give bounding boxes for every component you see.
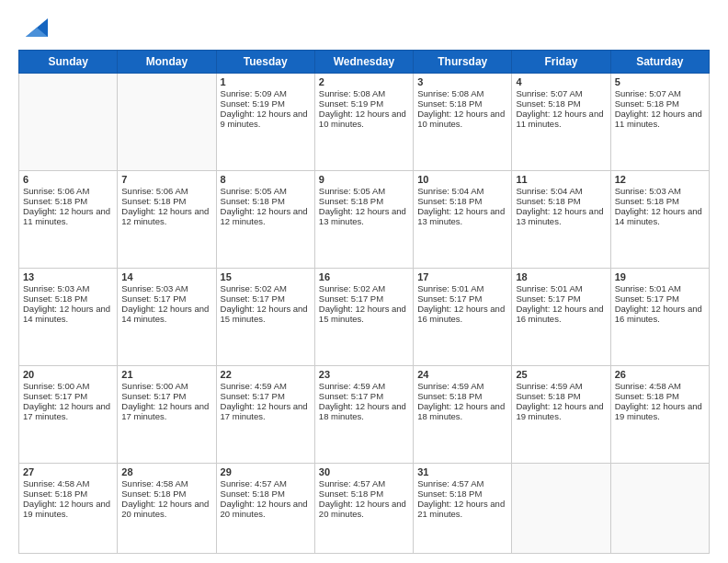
day-info: Daylight: 12 hours and 11 minutes.: [615, 109, 705, 129]
calendar-cell: 30Sunrise: 4:57 AMSunset: 5:18 PMDayligh…: [314, 463, 413, 553]
day-info: Sunset: 5:18 PM: [615, 196, 705, 206]
day-info: Sunset: 5:17 PM: [221, 391, 311, 401]
day-info: Daylight: 12 hours and 18 minutes.: [319, 401, 409, 421]
day-info: Sunrise: 5:03 AM: [23, 283, 113, 293]
day-number: 22: [221, 369, 311, 380]
day-info: Daylight: 12 hours and 14 minutes.: [121, 304, 211, 324]
weekday-header: Monday: [118, 51, 216, 74]
day-info: Sunset: 5:17 PM: [23, 391, 113, 401]
day-info: Sunset: 5:18 PM: [516, 196, 606, 206]
day-info: Daylight: 12 hours and 16 minutes.: [417, 304, 507, 324]
day-info: Sunset: 5:18 PM: [319, 196, 409, 206]
day-info: Sunrise: 4:59 AM: [516, 381, 606, 391]
weekday-header: Tuesday: [216, 51, 314, 74]
calendar-cell: 19Sunrise: 5:01 AMSunset: 5:17 PMDayligh…: [610, 268, 709, 365]
day-info: Sunset: 5:17 PM: [221, 293, 311, 304]
day-info: Sunset: 5:17 PM: [121, 391, 211, 401]
day-info: Daylight: 12 hours and 18 minutes.: [417, 401, 507, 421]
day-number: 15: [221, 271, 311, 282]
day-info: Sunrise: 5:00 AM: [23, 381, 113, 391]
day-info: Sunrise: 5:06 AM: [121, 186, 211, 196]
calendar-cell: 15Sunrise: 5:02 AMSunset: 5:17 PMDayligh…: [216, 268, 314, 365]
day-info: Daylight: 12 hours and 20 minutes.: [221, 499, 311, 519]
weekday-header: Sunday: [19, 51, 118, 74]
day-info: Daylight: 12 hours and 17 minutes.: [121, 401, 211, 421]
calendar-cell: 14Sunrise: 5:03 AMSunset: 5:17 PMDayligh…: [118, 268, 216, 365]
calendar-table: SundayMondayTuesdayWednesdayThursdayFrid…: [18, 50, 710, 554]
calendar-cell: 28Sunrise: 4:58 AMSunset: 5:18 PMDayligh…: [118, 463, 216, 553]
day-number: 26: [615, 369, 705, 380]
day-number: 13: [23, 271, 113, 282]
day-info: Daylight: 12 hours and 21 minutes.: [417, 499, 507, 519]
day-info: Sunrise: 5:07 AM: [516, 88, 606, 98]
calendar-cell: 23Sunrise: 4:59 AMSunset: 5:17 PMDayligh…: [314, 365, 413, 463]
day-number: 9: [319, 174, 409, 185]
day-number: 30: [319, 466, 409, 477]
day-number: 18: [516, 271, 606, 282]
day-number: 10: [417, 174, 507, 185]
day-info: Sunset: 5:17 PM: [417, 293, 507, 304]
day-number: 28: [121, 466, 211, 477]
day-info: Sunset: 5:18 PM: [23, 488, 113, 499]
calendar-cell: 6Sunrise: 5:06 AMSunset: 5:18 PMDaylight…: [19, 170, 118, 268]
day-info: Sunrise: 5:02 AM: [319, 283, 409, 293]
day-info: Sunrise: 5:04 AM: [516, 186, 606, 196]
day-info: Daylight: 12 hours and 19 minutes.: [615, 401, 705, 421]
calendar-cell: 1Sunrise: 5:09 AMSunset: 5:19 PMDaylight…: [216, 74, 314, 171]
day-info: Sunrise: 5:04 AM: [417, 186, 507, 196]
day-info: Daylight: 12 hours and 16 minutes.: [615, 304, 705, 324]
day-info: Daylight: 12 hours and 10 minutes.: [319, 109, 409, 129]
day-info: Daylight: 12 hours and 11 minutes.: [516, 109, 606, 129]
day-number: 20: [23, 369, 113, 380]
day-info: Sunrise: 4:59 AM: [319, 381, 409, 391]
calendar-cell: [19, 74, 118, 171]
day-info: Sunrise: 5:05 AM: [221, 186, 311, 196]
day-info: Sunset: 5:17 PM: [516, 293, 606, 304]
day-number: 23: [319, 369, 409, 380]
day-info: Sunset: 5:18 PM: [121, 488, 211, 499]
day-info: Sunrise: 5:01 AM: [417, 283, 507, 293]
day-number: 12: [615, 174, 705, 185]
calendar-cell: 17Sunrise: 5:01 AMSunset: 5:17 PMDayligh…: [414, 268, 512, 365]
day-info: Daylight: 12 hours and 17 minutes.: [221, 401, 311, 421]
calendar-cell: 31Sunrise: 4:57 AMSunset: 5:18 PMDayligh…: [414, 463, 512, 553]
day-info: Sunrise: 5:09 AM: [221, 88, 311, 98]
day-info: Sunrise: 4:57 AM: [417, 478, 507, 488]
day-number: 17: [417, 271, 507, 282]
calendar-cell: 5Sunrise: 5:07 AMSunset: 5:18 PMDaylight…: [610, 74, 709, 171]
calendar-cell: [610, 463, 709, 553]
day-number: 3: [417, 76, 507, 87]
day-number: 11: [516, 174, 606, 185]
day-info: Sunset: 5:18 PM: [221, 196, 311, 206]
day-info: Daylight: 12 hours and 11 minutes.: [23, 206, 113, 226]
day-info: Daylight: 12 hours and 14 minutes.: [615, 206, 705, 226]
day-info: Sunset: 5:18 PM: [23, 293, 113, 304]
day-info: Daylight: 12 hours and 13 minutes.: [319, 206, 409, 226]
day-info: Sunrise: 4:58 AM: [23, 478, 113, 488]
calendar-cell: 9Sunrise: 5:05 AMSunset: 5:18 PMDaylight…: [314, 170, 413, 268]
day-info: Sunset: 5:18 PM: [516, 98, 606, 109]
day-number: 31: [417, 466, 507, 477]
calendar-cell: [512, 463, 610, 553]
day-number: 6: [23, 174, 113, 185]
calendar-cell: 16Sunrise: 5:02 AMSunset: 5:17 PMDayligh…: [314, 268, 413, 365]
day-info: Daylight: 12 hours and 15 minutes.: [221, 304, 311, 324]
day-number: 27: [23, 466, 113, 477]
day-info: Daylight: 12 hours and 9 minutes.: [221, 109, 311, 129]
calendar-cell: 12Sunrise: 5:03 AMSunset: 5:18 PMDayligh…: [610, 170, 709, 268]
day-info: Sunset: 5:18 PM: [417, 196, 507, 206]
day-info: Sunset: 5:19 PM: [221, 98, 311, 109]
day-number: 24: [417, 369, 507, 380]
day-info: Sunrise: 5:06 AM: [23, 186, 113, 196]
day-info: Sunrise: 5:01 AM: [516, 283, 606, 293]
day-info: Daylight: 12 hours and 16 minutes.: [516, 304, 606, 324]
day-info: Sunset: 5:18 PM: [615, 391, 705, 401]
day-info: Sunrise: 5:01 AM: [615, 283, 705, 293]
day-number: 16: [319, 271, 409, 282]
day-number: 21: [121, 369, 211, 380]
day-info: Sunrise: 4:58 AM: [121, 478, 211, 488]
day-info: Daylight: 12 hours and 17 minutes.: [23, 401, 113, 421]
day-info: Daylight: 12 hours and 19 minutes.: [516, 401, 606, 421]
day-info: Sunrise: 4:59 AM: [221, 381, 311, 391]
calendar-cell: 10Sunrise: 5:04 AMSunset: 5:18 PMDayligh…: [414, 170, 512, 268]
